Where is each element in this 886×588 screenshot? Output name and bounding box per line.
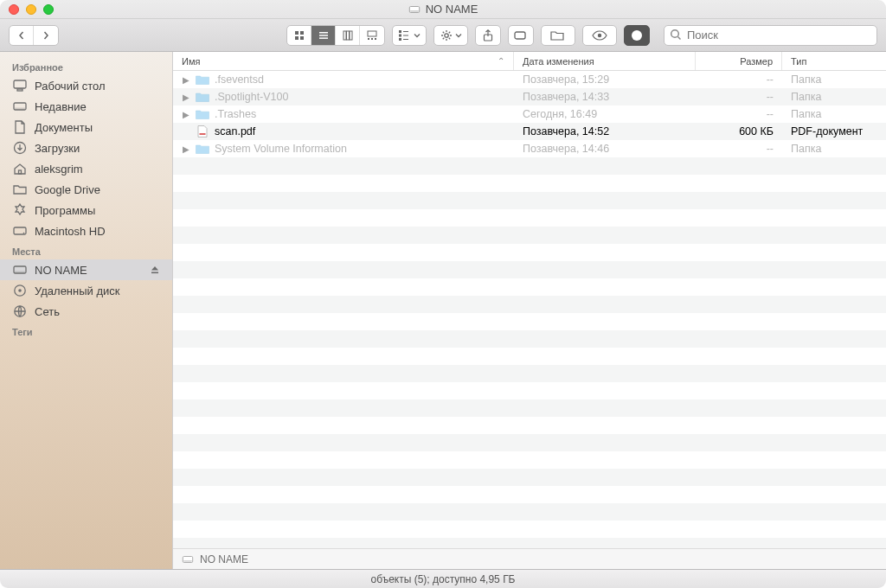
file-name: scan.pdf <box>215 125 255 137</box>
close-button[interactable] <box>9 4 19 15</box>
file-size: -- <box>696 143 782 155</box>
svg-rect-12 <box>368 31 376 36</box>
file-row[interactable]: ▶ .Spotlight-V100 Позавчера, 14:33 -- Па… <box>173 88 886 105</box>
action-button[interactable] <box>433 25 468 46</box>
icon-view-button[interactable] <box>287 26 311 45</box>
svg-rect-9 <box>343 31 346 40</box>
file-size: -- <box>696 91 782 103</box>
file-type: Папка <box>782 74 886 86</box>
svg-point-46 <box>23 233 25 234</box>
col-name-label: Имя <box>182 56 200 67</box>
sidebar-item-network[interactable]: Сеть <box>0 301 172 322</box>
sidebar-item-label: NO NAME <box>35 264 87 277</box>
col-name[interactable]: Имя ⌃ <box>173 52 514 70</box>
back-button[interactable] <box>10 26 34 45</box>
downloads-icon <box>12 140 28 156</box>
svg-rect-53 <box>200 133 206 135</box>
folder-icon <box>196 91 209 103</box>
document-icon <box>12 119 28 135</box>
column-view-button[interactable] <box>336 26 360 45</box>
svg-line-28 <box>448 37 449 38</box>
toolbar <box>0 19 886 52</box>
svg-rect-7 <box>319 35 328 36</box>
path-bar[interactable]: NO NAME <box>173 548 886 569</box>
col-size[interactable]: Размер <box>696 52 782 70</box>
sidebar-item-label: Документы <box>35 121 93 134</box>
sidebar-item-label: Недавние <box>35 100 87 113</box>
disclosure-triangle-icon[interactable]: ▶ <box>182 93 190 102</box>
group-by-button[interactable] <box>392 25 427 46</box>
window-body: Избранное Рабочий столНедавниеДокументыЗ… <box>0 52 886 569</box>
svg-rect-20 <box>403 35 408 35</box>
svg-rect-42 <box>15 108 25 110</box>
disk-icon <box>12 99 28 114</box>
list-view-button[interactable] <box>311 26 336 45</box>
disclosure-triangle-icon[interactable]: ▶ <box>182 144 190 154</box>
file-row[interactable]: ▶ .fseventsd Позавчера, 15:29 -- Папка <box>173 71 886 88</box>
disclosure-triangle-icon[interactable]: ▶ <box>182 110 190 119</box>
svg-line-29 <box>442 37 443 38</box>
svg-rect-11 <box>350 31 352 40</box>
col-size-label: Размер <box>740 56 773 67</box>
quick-look-button[interactable] <box>582 25 617 46</box>
sidebar-item-remote[interactable]: Удаленный диск <box>0 280 172 301</box>
sidebar-item-label: Программы <box>35 204 95 217</box>
file-type: Папка <box>782 91 886 103</box>
svg-rect-49 <box>151 272 158 274</box>
svg-rect-8 <box>319 37 328 39</box>
share-button[interactable] <box>475 25 501 46</box>
disclosure-triangle-icon[interactable]: ▶ <box>182 75 190 85</box>
file-row[interactable]: ▶ System Volume Information Позавчера, 1… <box>173 140 886 157</box>
eject-icon[interactable] <box>150 265 160 275</box>
search-field-wrap <box>664 25 877 46</box>
window-title-text: NO NAME <box>426 3 478 16</box>
col-date[interactable]: Дата изменения <box>514 52 696 70</box>
svg-line-27 <box>442 31 443 32</box>
file-list-pane: Имя ⌃ Дата изменения Размер Тип ▶ .fseve… <box>173 52 886 569</box>
disk-ext-icon <box>12 262 28 278</box>
file-date: Позавчера, 15:29 <box>514 74 696 86</box>
new-folder-button[interactable] <box>541 25 575 46</box>
forward-button[interactable] <box>34 26 58 45</box>
sidebar-item-disk[interactable]: Недавние <box>0 96 172 117</box>
svg-rect-18 <box>399 38 401 41</box>
svg-rect-19 <box>403 31 408 32</box>
file-rows[interactable]: ▶ .fseventsd Позавчера, 15:29 -- Папка ▶… <box>173 71 886 548</box>
col-type[interactable]: Тип <box>782 52 886 70</box>
tags-button[interactable] <box>508 25 534 46</box>
maximize-button[interactable] <box>43 4 54 15</box>
file-type: Папка <box>782 143 886 155</box>
col-date-label: Дата изменения <box>523 56 594 67</box>
info-button[interactable] <box>624 25 650 46</box>
traffic-lights <box>9 4 54 15</box>
disk-icon <box>182 553 194 566</box>
gallery-view-button[interactable] <box>360 26 384 45</box>
file-date: Позавчера, 14:33 <box>514 91 696 103</box>
desktop-icon <box>12 78 28 93</box>
file-date: Позавчера, 14:52 <box>514 125 696 137</box>
apps-icon <box>12 202 28 218</box>
sidebar-item-downloads[interactable]: Загрузки <box>0 137 172 158</box>
svg-rect-55 <box>183 559 192 561</box>
svg-rect-3 <box>300 31 304 35</box>
sidebar-item-apps[interactable]: Программы <box>0 200 172 220</box>
svg-rect-44 <box>19 170 22 174</box>
sidebar-item-hdd[interactable]: Macintosh HD <box>0 220 172 241</box>
file-row[interactable]: ▶ scan.pdf Позавчера, 14:52 600 КБ PDF-д… <box>173 123 886 140</box>
svg-rect-21 <box>403 39 408 40</box>
sidebar-item-document[interactable]: Документы <box>0 117 172 137</box>
sidebar-item-folder[interactable]: Google Drive <box>0 179 172 200</box>
search-input[interactable] <box>664 25 877 46</box>
sidebar-item-label: Macintosh HD <box>35 225 106 238</box>
sidebar-item-desktop[interactable]: Рабочий стол <box>0 75 172 96</box>
file-type: PDF-документ <box>782 125 886 137</box>
titlebar: NO NAME <box>0 0 886 19</box>
view-mode-group <box>286 25 385 46</box>
sidebar-item-disk-ext[interactable]: NO NAME <box>0 259 172 280</box>
minimize-button[interactable] <box>26 4 36 15</box>
sidebar-item-label: Google Drive <box>35 183 100 196</box>
sidebar-item-home[interactable]: aleksgrim <box>0 158 172 179</box>
svg-point-33 <box>598 33 601 36</box>
svg-line-30 <box>448 31 449 32</box>
file-row[interactable]: ▶ .Trashes Сегодня, 16:49 -- Папка <box>173 105 886 123</box>
